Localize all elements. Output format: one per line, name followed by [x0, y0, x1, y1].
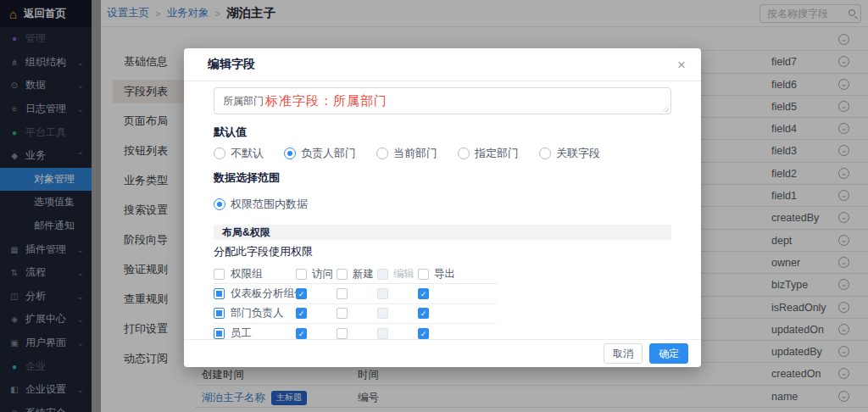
checkbox[interactable]: ✓ [296, 308, 307, 319]
checkbox[interactable] [337, 308, 348, 319]
radio-label: 负责人部门 [301, 146, 356, 161]
checkbox[interactable] [296, 269, 307, 280]
assign-permission-label: 分配此字段使用权限 [214, 244, 671, 259]
radio-label: 不默认 [231, 146, 264, 161]
checkbox [377, 328, 388, 339]
default-value-label: 默认值 [214, 125, 671, 140]
field-name-value: 所属部门 [223, 95, 264, 107]
default-value-options: 不默认负责人部门当前部门指定部门关联字段 [214, 147, 671, 160]
permission-header-row: 权限组访问新建编辑导出 [214, 265, 497, 284]
perm-col-header: 编辑 [393, 267, 415, 281]
radio-label: 权限范围内数据 [231, 197, 308, 212]
radio-当前部门[interactable]: 当前部门 [376, 146, 437, 161]
radio-关联字段[interactable]: 关联字段 [539, 146, 600, 161]
radio-指定部门[interactable]: 指定部门 [458, 146, 519, 161]
checkbox[interactable] [214, 308, 225, 319]
annotation-text: 标准字段：所属部门 [265, 93, 387, 109]
checkbox[interactable] [418, 269, 429, 280]
radio-不默认[interactable]: 不默认 [214, 146, 264, 161]
permission-group-name: 仪表板分析组件 [231, 287, 305, 301]
checkbox[interactable] [214, 328, 225, 339]
permission-table: 权限组访问新建编辑导出仪表板分析组件✓✓部门负责人✓✓员工✓✓部门管理员✓✓ [214, 265, 497, 339]
checkbox[interactable]: ✓ [296, 288, 307, 299]
app-screen: ⌂ 返回首页 ●管理⋔组织结构⌄⊙数据⌄≡日志管理⌄●平台工具◆业务⌃对象管理选… [0, 0, 868, 412]
radio-label: 关联字段 [556, 146, 600, 161]
checkbox[interactable] [214, 288, 225, 299]
permission-row: 部门负责人✓✓ [214, 304, 497, 325]
perm-col-header: 访问 [312, 267, 333, 281]
confirm-button[interactable]: 确定 [649, 343, 688, 364]
field-name-input[interactable]: 所属部门 标准字段：所属部门 [214, 87, 671, 114]
checkbox[interactable] [337, 288, 348, 299]
radio-icon [539, 148, 551, 159]
radio-icon [284, 148, 296, 159]
radio-icon [214, 198, 225, 210]
checkbox[interactable] [337, 269, 348, 280]
checkbox[interactable]: ✓ [418, 328, 429, 339]
perm-col-header: 新建 [353, 267, 374, 281]
cancel-button[interactable]: 取消 [604, 343, 643, 364]
radio-权限范围内数据[interactable]: 权限范围内数据 [214, 197, 308, 212]
radio-icon [376, 148, 388, 159]
permission-group-name: 部门负责人 [231, 306, 284, 320]
permission-row: 仪表板分析组件✓✓ [214, 284, 497, 304]
radio-负责人部门[interactable]: 负责人部门 [284, 146, 356, 161]
data-scope-options: 权限范围内数据 [214, 198, 671, 211]
perm-group-header: 权限组 [231, 267, 263, 281]
resize-handle-icon[interactable] [662, 105, 669, 112]
checkbox[interactable] [214, 269, 225, 280]
modal-footer: 取消 确定 [184, 339, 701, 367]
checkbox[interactable]: ✓ [296, 328, 307, 339]
radio-label: 当前部门 [393, 146, 437, 161]
radio-label: 指定部门 [475, 146, 519, 161]
close-icon[interactable]: × [677, 58, 686, 72]
checkbox [377, 269, 388, 280]
radio-icon [214, 148, 225, 159]
checkbox[interactable]: ✓ [418, 308, 429, 319]
permission-group-name: 员工 [231, 326, 252, 339]
checkbox[interactable]: ✓ [418, 288, 429, 299]
layout-permission-section-bar: 布局&权限 [214, 225, 671, 240]
edit-field-modal: 编辑字段 × 所属部门 标准字段：所属部门 默认值 不默认负责人部门当前部门指定… [184, 48, 701, 367]
modal-header: 编辑字段 × [184, 48, 701, 81]
permission-row: 员工✓✓ [214, 324, 497, 339]
modal-body: 所属部门 标准字段：所属部门 默认值 不默认负责人部门当前部门指定部门关联字段 … [184, 82, 701, 339]
radio-icon [458, 148, 470, 159]
modal-title: 编辑字段 [208, 57, 255, 72]
checkbox [377, 308, 388, 319]
data-scope-label: 数据选择范围 [214, 170, 671, 186]
perm-col-header: 导出 [434, 267, 455, 281]
checkbox[interactable] [337, 328, 348, 339]
checkbox [377, 288, 388, 299]
